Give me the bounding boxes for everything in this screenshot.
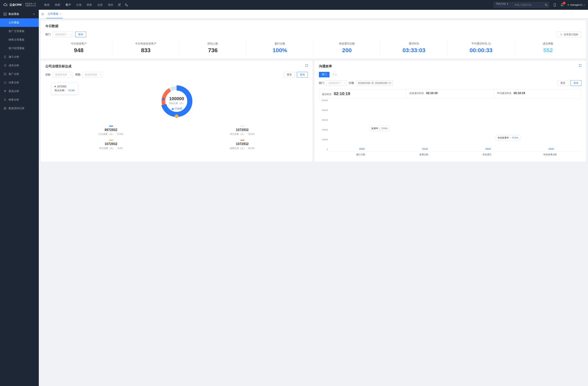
sidebar-sub-1[interactable]: 推广主管看板	[0, 27, 39, 36]
y-tick: 50000	[322, 99, 328, 102]
header-right: 手机号码 5 manager11 ▾	[494, 2, 585, 8]
kpi-value: 03:33:03	[380, 47, 447, 54]
bar-chart: 01000020000300004000050000 43000拨打次数3500…	[319, 101, 582, 158]
query-button[interactable]: 查询	[297, 72, 308, 77]
settings-indicators-button[interactable]: 设置显示指标	[557, 32, 582, 37]
kpi-label: 成交单数	[515, 42, 582, 45]
nav-item-0[interactable]: 数据	[44, 3, 50, 7]
search-icon[interactable]	[545, 3, 547, 6]
svg-point-8	[5, 90, 6, 91]
phone-icon[interactable]	[125, 3, 128, 7]
dept-label: 部门	[45, 33, 51, 36]
donut-chart: 1072932 所占比例：70.9% 100000 目标总量（	[45, 81, 308, 124]
gear-icon	[560, 33, 563, 36]
kpi-label: 今日有效首咨客户	[112, 42, 179, 45]
x-label: 有效接通次数	[543, 153, 557, 156]
legend-value: 1072932	[177, 142, 308, 146]
svg-point-17	[162, 98, 165, 100]
stat-value: 02:10:19	[514, 91, 525, 95]
tab-company-dashboard[interactable]: 公司看板 ×	[46, 10, 63, 18]
tab-switch: 部门 个人	[319, 72, 582, 77]
tab-label: 公司看板	[48, 12, 58, 16]
nav-item-4[interactable]: 财务	[87, 3, 92, 7]
sidebar-item-3[interactable]: 访客分析	[0, 78, 39, 87]
comm-dept-select[interactable]: 请选择部门	[326, 80, 347, 86]
notifications[interactable]: 5	[560, 3, 564, 7]
sidebar-item-1[interactable]: 成本分析	[0, 61, 39, 70]
svg-point-9	[5, 91, 5, 92]
sidebar-item-label: 成本分析	[9, 64, 19, 67]
nav-item-2[interactable]: 客户	[65, 3, 71, 7]
tab-person[interactable]: 个人	[330, 72, 340, 77]
date-from: 2018/01/08	[358, 82, 370, 84]
float-label-connect-rate: 接通率：70.9%	[370, 126, 389, 131]
expand-icon[interactable]	[579, 64, 582, 67]
cloud-icon	[3, 3, 8, 7]
mobile-icon[interactable]	[553, 3, 557, 7]
svg-rect-6	[4, 73, 6, 75]
kpi-value: 200	[314, 47, 380, 54]
sidebar-item-2[interactable]: 推广分析	[0, 70, 39, 78]
menu-item-icon	[4, 64, 6, 67]
today-filter-row: 部门 请选择部门 查询 设置显示指标	[45, 32, 582, 37]
dept-label: 部门	[319, 81, 324, 85]
reset-button[interactable]: 重置	[557, 80, 568, 86]
help-icon[interactable]: ?	[488, 42, 491, 45]
stat-value: 02:10:19	[426, 91, 438, 95]
search-input[interactable]	[512, 2, 549, 8]
kpi-label: 有效通话次数	[314, 42, 380, 45]
menu-item-icon	[4, 81, 6, 84]
dept-select[interactable]: 请选择部门	[53, 32, 73, 37]
expand-icon[interactable]	[305, 64, 308, 67]
sidebar-sub-2[interactable]: 销售主管看板	[0, 36, 39, 44]
nav-item-1[interactable]: 线索	[55, 3, 60, 7]
kpi-value: 100%	[246, 47, 313, 54]
add-user-icon[interactable]	[117, 3, 121, 7]
sidebar-item-0[interactable]: 漏斗分析	[0, 53, 39, 61]
stat-cell-0: 通话时长02:10:19	[319, 89, 406, 98]
sidebar-category-dashboard[interactable]: 数据看板	[0, 10, 39, 18]
status-text: 已达成	[175, 107, 182, 110]
stat-cell-1: 有效通话时长02:10:19	[406, 89, 494, 98]
nav-item-6[interactable]: 报名	[108, 3, 113, 7]
legend-label: 已完成量（元）70.9%	[45, 133, 177, 136]
kpi-6: 平均通话时长?00:00:33	[447, 41, 514, 55]
period-select[interactable]: 请选择周期	[83, 72, 103, 77]
app-header: 云朵CRM 教育机构一站 式服务云平台 数据线索客户公海财务运营报名 手机号码 …	[0, 0, 588, 10]
menu-icon[interactable]	[41, 13, 44, 16]
nav-item-3[interactable]: 公海	[76, 3, 82, 7]
goal-title: 公司业绩目标达成	[45, 64, 308, 69]
legend-item-0: 8972932已完成量（元）70.9%	[45, 126, 177, 136]
today-title: 今日数据	[45, 24, 582, 28]
query-button[interactable]: 查询	[75, 32, 86, 37]
donut-center: 100000 目标总量（元） 已达成	[169, 96, 185, 110]
svg-point-12	[561, 34, 562, 35]
user-menu[interactable]: manager11 ▾	[567, 3, 585, 6]
sidebar-sub-0[interactable]: 公司看板	[0, 18, 39, 27]
y-tick: 40000	[322, 109, 328, 111]
menu-item-icon	[4, 107, 6, 110]
svg-point-3	[555, 6, 555, 6]
svg-point-16	[175, 115, 178, 118]
y-tick: 30000	[322, 119, 328, 121]
nav-item-5[interactable]: 运营	[97, 3, 103, 7]
date-range[interactable]: 2018/01/08 至 2018/01/08	[356, 80, 393, 86]
kpi-4: 有效通话次数200	[314, 41, 380, 55]
kpi-value: 00:00:33	[447, 47, 514, 54]
legend-label: 超额完成（元）89.9%	[177, 147, 308, 150]
period-label: 周期	[75, 73, 81, 77]
query-button[interactable]: 查询	[570, 80, 582, 86]
sidebar-item-label: 访客分析	[9, 81, 19, 84]
sidebar-item-4[interactable]: 渠道分析	[0, 87, 39, 96]
target-select[interactable]: 请选择目标	[53, 72, 73, 77]
sidebar-sub-3[interactable]: 客户经理看板	[0, 44, 39, 53]
target-label: 目标	[45, 73, 51, 77]
chevron-down-icon: ▾	[584, 4, 585, 6]
sidebar-item-5[interactable]: 销售分析	[0, 96, 39, 104]
sidebar-item-6[interactable]: 数据流转记录	[0, 104, 39, 113]
search-type-select[interactable]: 手机号码	[494, 2, 512, 8]
svg-point-7	[4, 90, 5, 91]
tab-dept[interactable]: 部门	[319, 72, 330, 77]
reset-button[interactable]: 重置	[284, 72, 295, 77]
close-icon[interactable]: ×	[60, 12, 61, 15]
